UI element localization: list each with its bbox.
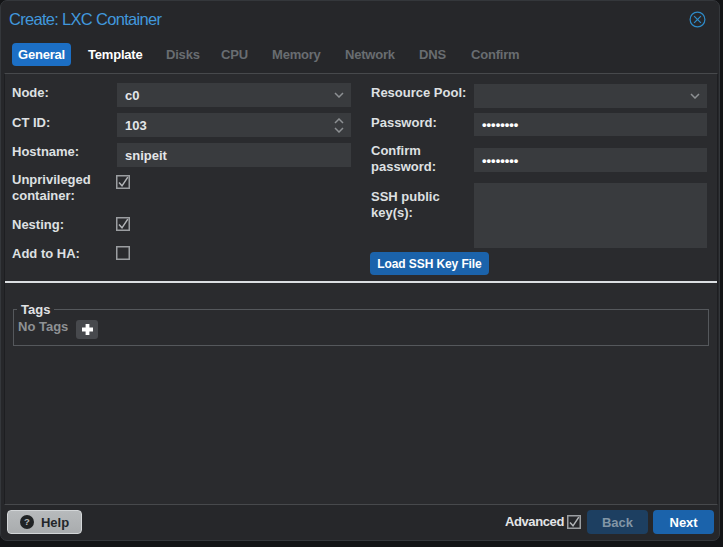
- spinner-up-icon: [334, 118, 344, 124]
- resource-pool-combo[interactable]: [474, 84, 707, 108]
- create-lxc-dialog: Create: LXC Container General Template D…: [0, 0, 720, 541]
- ssh-keys-textarea[interactable]: [474, 183, 707, 248]
- tab-disks[interactable]: Disks: [160, 43, 206, 66]
- confirm-password-input[interactable]: ••••••••: [474, 148, 707, 172]
- confirm-password-label: Confirm password:: [371, 143, 451, 175]
- svg-text:?: ?: [24, 516, 30, 527]
- add-to-ha-checkbox[interactable]: [116, 246, 130, 260]
- nesting-checkbox[interactable]: [116, 217, 130, 231]
- advanced-separator: [5, 281, 717, 283]
- tab-network[interactable]: Network: [339, 43, 401, 66]
- tab-template[interactable]: Template: [82, 43, 149, 66]
- ctid-spinner[interactable]: 103: [117, 113, 351, 137]
- ssh-keys-label: SSH public key(s):: [371, 189, 451, 221]
- close-icon: [689, 11, 706, 28]
- node-label: Node:: [12, 85, 114, 101]
- hostname-label: Hostname:: [12, 144, 114, 160]
- close-button[interactable]: [689, 11, 706, 28]
- chevron-down-icon[interactable]: [687, 84, 703, 108]
- ctid-label: CT ID:: [12, 115, 114, 131]
- form-panel: Node: c0 CT ID: 103 Hostname: snipeit Un…: [4, 73, 718, 505]
- tags-legend: Tags: [17, 303, 54, 316]
- chevron-down-icon[interactable]: [331, 83, 347, 107]
- tab-confirm[interactable]: Confirm: [465, 43, 525, 66]
- spinner-down-icon: [334, 127, 344, 133]
- tab-general[interactable]: General: [12, 43, 71, 66]
- next-button[interactable]: Next: [653, 510, 714, 534]
- tags-fieldset: Tags No Tags: [13, 303, 709, 346]
- spinner-buttons[interactable]: [331, 113, 347, 137]
- back-button[interactable]: Back: [587, 510, 648, 534]
- tab-dns[interactable]: DNS: [413, 43, 452, 66]
- hostname-input[interactable]: snipeit: [117, 143, 351, 167]
- nesting-label: Nesting:: [12, 217, 114, 233]
- advanced-label: Advanced: [505, 514, 564, 529]
- plus-icon: [81, 323, 94, 336]
- unprivileged-checkbox[interactable]: [116, 175, 130, 189]
- add-to-ha-label: Add to HA:: [12, 246, 114, 262]
- help-button[interactable]: ? Help: [7, 510, 82, 534]
- help-icon: ?: [20, 515, 34, 529]
- unprivileged-label: Unprivileged container:: [12, 172, 114, 204]
- no-tags-text: No Tags: [18, 319, 68, 334]
- tab-cpu[interactable]: CPU: [215, 43, 254, 66]
- add-tag-button[interactable]: [76, 320, 98, 339]
- dialog-title: Create: LXC Container: [9, 10, 161, 29]
- resource-pool-label: Resource Pool:: [371, 85, 481, 101]
- password-label: Password:: [371, 115, 473, 131]
- password-input[interactable]: ••••••••: [474, 113, 707, 136]
- advanced-checkbox[interactable]: [567, 515, 581, 529]
- load-ssh-key-button[interactable]: Load SSH Key File: [370, 252, 489, 275]
- node-combo[interactable]: c0: [117, 83, 351, 107]
- tab-memory[interactable]: Memory: [266, 43, 327, 66]
